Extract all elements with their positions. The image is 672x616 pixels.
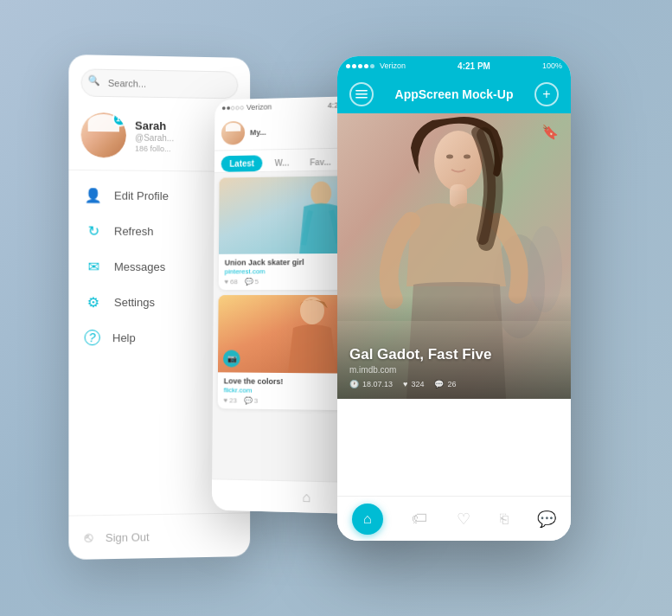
likes-count: 324	[411, 380, 424, 388]
nav-heart-button[interactable]: ♡	[457, 510, 470, 529]
hero-source: m.imdb.com	[349, 365, 559, 375]
chat-nav-icon: 💬	[537, 510, 556, 529]
svg-rect-4	[355, 90, 368, 92]
feed-comments-1: 💬 5	[245, 278, 259, 286]
app-title: AppScreen Mock-Up	[395, 87, 514, 101]
feed-carrier: ●●○○○ Verizon	[221, 103, 272, 112]
feed-likes-1: ♥ 68	[225, 278, 238, 286]
comment-icon-2: 💬	[244, 397, 253, 405]
svg-rect-6	[355, 97, 368, 99]
feed-home-icon[interactable]: ⌂	[302, 489, 310, 505]
likes-count-1: 68	[230, 278, 238, 286]
notification-badge: 10	[112, 112, 126, 127]
settings-icon: ⚙	[85, 294, 102, 311]
carrier-label: Verizon	[380, 61, 406, 70]
sign-out-button[interactable]: ⎋ Sign Out	[85, 528, 235, 546]
feed-comments-2: 💬 3	[244, 397, 258, 405]
heart-nav-icon: ♡	[457, 510, 470, 529]
time-label: 4:21 PM	[458, 61, 490, 71]
bottom-navigation: ⌂ 🏷 ♡ ⎗ 💬	[337, 496, 571, 541]
nav-share-button[interactable]: ⎗	[500, 511, 509, 527]
tab-fav[interactable]: Fav...	[301, 154, 340, 171]
carrier-area: Verizon	[346, 61, 406, 70]
search-container: 🔍	[68, 55, 250, 108]
hero-title: Gal Gadot, Fast Five	[349, 346, 559, 363]
refresh-label: Refresh	[114, 225, 154, 238]
edit-profile-label: Edit Profile	[114, 189, 169, 203]
refresh-icon: ↻	[85, 222, 102, 239]
comments-count-2: 3	[254, 397, 258, 405]
camera-icon: 📷	[223, 350, 240, 368]
plus-icon: +	[542, 87, 550, 101]
settings-label: Settings	[114, 296, 155, 309]
hero-date: 🕐 18.07.13	[349, 380, 393, 388]
menu-button[interactable]	[349, 82, 374, 106]
nav-home-button[interactable]: ⌂	[352, 504, 383, 535]
feed-username: My...	[250, 128, 266, 137]
avatar: 10	[81, 112, 126, 158]
home-icon: ⌂	[363, 511, 372, 527]
battery-label: 100%	[542, 61, 562, 70]
signal-dots	[346, 64, 374, 68]
signout-label: Sign Out	[106, 530, 150, 544]
tag-icon: 🏷	[412, 510, 427, 528]
comments-count: 26	[447, 380, 456, 388]
hamburger-icon	[355, 90, 368, 99]
heart-icon: ♥	[403, 380, 407, 388]
likes-count-2: 23	[229, 396, 237, 404]
feed-likes-2: ♥ 23	[224, 396, 237, 404]
help-icon: ?	[85, 330, 100, 345]
tab-latest[interactable]: Latest	[221, 155, 263, 171]
hero-likes: ♥ 324	[403, 380, 424, 388]
hero-date-value: 18.07.13	[362, 380, 393, 388]
help-label: Help	[112, 331, 136, 344]
main-status-bar: Verizon 4:21 PM 100%	[337, 56, 571, 75]
svg-point-3	[300, 297, 324, 324]
nav-tag-button[interactable]: 🏷	[412, 510, 427, 528]
svg-point-12	[446, 155, 453, 159]
search-icon: 🔍	[88, 74, 100, 86]
comments-count-1: 5	[254, 278, 258, 286]
sidebar-bottom: ⎋ Sign Out	[68, 512, 250, 560]
comment-icon-1: 💬	[245, 278, 253, 286]
main-screen: Verizon 4:21 PM 100% AppScreen Mock-Up +	[337, 56, 571, 541]
tab-w[interactable]: W...	[266, 155, 298, 171]
clock-icon: 🕐	[349, 380, 359, 388]
heart-icon-1: ♥	[225, 278, 229, 286]
messages-label: Messages	[114, 260, 165, 273]
hero-comments: 💬 26	[434, 380, 456, 388]
search-input[interactable]	[81, 68, 239, 99]
add-button[interactable]: +	[534, 82, 559, 106]
share-icon: ⎗	[500, 511, 509, 527]
chat-icon: 💬	[434, 380, 444, 388]
nav-chat-button[interactable]: 💬	[537, 510, 556, 529]
signout-icon: ⎋	[85, 529, 93, 545]
heart-icon-2: ♥	[224, 396, 228, 404]
edit-profile-icon: 👤	[85, 187, 102, 203]
svg-rect-5	[355, 93, 368, 95]
svg-point-13	[464, 155, 470, 159]
hero-section: 🔖 Gal Gadot, Fast Five m.imdb.com 🕐 18.0…	[337, 113, 571, 399]
bookmark-icon[interactable]: 🔖	[541, 124, 559, 140]
messages-icon: ✉	[85, 259, 102, 275]
app-header: AppScreen Mock-Up +	[337, 75, 571, 113]
hero-stats: 🕐 18.07.13 ♥ 324 💬 26	[349, 380, 559, 388]
hero-overlay: Gal Gadot, Fast Five m.imdb.com 🕐 18.07.…	[337, 295, 571, 399]
